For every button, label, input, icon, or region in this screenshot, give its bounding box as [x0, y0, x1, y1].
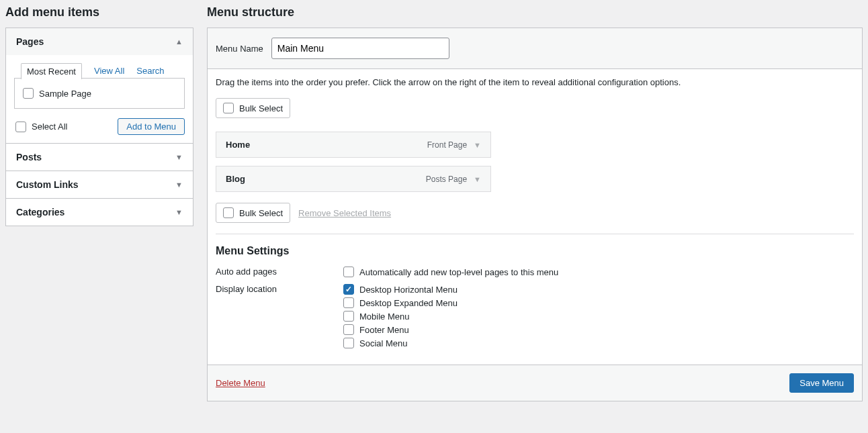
- bulk-select-label: Bulk Select: [239, 103, 283, 113]
- display-location-option[interactable]: Social Menu: [343, 336, 458, 350]
- page-item-label: Sample Page: [39, 89, 91, 99]
- display-location-option[interactable]: Mobile Menu: [343, 309, 458, 323]
- option-label: Footer Menu: [359, 325, 409, 335]
- checkbox-icon[interactable]: [223, 103, 234, 113]
- accordion-head-posts[interactable]: Posts ▼: [6, 143, 193, 171]
- auto-add-pages-option[interactable]: Automatically add new top-level pages to…: [343, 265, 558, 279]
- chevron-down-icon[interactable]: ▼: [474, 141, 481, 149]
- accordion-head-pages[interactable]: Pages ▲: [6, 28, 193, 55]
- menu-item-label: Home: [226, 140, 250, 150]
- tab-search[interactable]: Search: [136, 63, 164, 79]
- checkbox-icon[interactable]: [343, 297, 354, 308]
- menu-settings-title: Menu Settings: [216, 245, 854, 257]
- accordion-label: Posts: [16, 152, 42, 162]
- menu-item-type: Front Page: [427, 140, 467, 150]
- checkbox-icon[interactable]: [223, 207, 234, 218]
- menu-name-bar: Menu Name: [208, 28, 862, 69]
- option-label: Automatically add new top-level pages to…: [359, 267, 558, 277]
- accordion-label: Categories: [16, 207, 64, 218]
- checkbox-icon[interactable]: [343, 284, 354, 295]
- chevron-down-icon: ▼: [175, 153, 183, 161]
- save-menu-button[interactable]: Save Menu: [789, 373, 854, 393]
- menu-item-type: Posts Page: [426, 175, 467, 184]
- checkbox-icon[interactable]: [15, 122, 26, 132]
- chevron-down-icon: ▼: [175, 208, 183, 216]
- select-all-row[interactable]: Select All: [14, 119, 69, 135]
- add-items-accordion: Pages ▲ Most Recent View All Search Samp…: [5, 28, 193, 226]
- display-location-option[interactable]: Desktop Expanded Menu: [343, 296, 458, 309]
- checkbox-icon[interactable]: [343, 324, 354, 335]
- display-location-option[interactable]: Desktop Horizontal Menu: [343, 283, 458, 296]
- menu-structure-title: Menu structure: [207, 5, 863, 19]
- option-label: Desktop Expanded Menu: [359, 298, 458, 308]
- menu-structure-frame: Menu Name Drag the items into the order …: [207, 28, 863, 401]
- menu-items-list: HomeFront Page▼BlogPosts Page▼: [208, 132, 862, 192]
- checkbox-icon[interactable]: [343, 338, 354, 348]
- accordion-head-custom-links[interactable]: Custom Links ▼: [6, 171, 193, 198]
- pages-tabs: Most Recent View All Search: [14, 63, 185, 79]
- menu-item[interactable]: BlogPosts Page▼: [216, 166, 491, 192]
- menu-name-input[interactable]: [271, 38, 449, 59]
- menu-item-label: Blog: [226, 174, 245, 184]
- display-locations-list: Desktop Horizontal MenuDesktop Expanded …: [343, 283, 458, 350]
- add-to-menu-button[interactable]: Add to Menu: [118, 118, 185, 135]
- accordion-body-pages: Most Recent View All Search Sample Page: [6, 55, 193, 143]
- chevron-down-icon: ▼: [175, 181, 183, 189]
- remove-selected-link[interactable]: Remove Selected Items: [298, 208, 391, 218]
- add-menu-items-title: Add menu items: [5, 5, 193, 19]
- display-location-label: Display location: [216, 283, 343, 294]
- bulk-select-label: Bulk Select: [239, 208, 283, 218]
- tab-view-all[interactable]: View All: [94, 63, 124, 79]
- pages-tab-content: Sample Page: [14, 78, 185, 109]
- menu-settings: Menu Settings Auto add pages Automatical…: [208, 234, 862, 365]
- tab-most-recent[interactable]: Most Recent: [21, 63, 82, 79]
- option-label: Desktop Horizontal Menu: [359, 285, 458, 295]
- drag-instructions: Drag the items into the order you prefer…: [208, 69, 862, 95]
- menu-name-label: Menu Name: [216, 44, 263, 54]
- chevron-up-icon: ▲: [175, 38, 183, 46]
- delete-menu-link[interactable]: Delete Menu: [216, 378, 265, 388]
- select-all-label: Select All: [32, 122, 67, 132]
- display-location-option[interactable]: Footer Menu: [343, 323, 458, 336]
- checkbox-icon[interactable]: [343, 267, 354, 277]
- accordion-label: Custom Links: [16, 179, 79, 190]
- chevron-down-icon[interactable]: ▼: [474, 175, 481, 183]
- menu-item[interactable]: HomeFront Page▼: [216, 132, 491, 158]
- auto-add-pages-label: Auto add pages: [216, 265, 343, 277]
- checkbox-icon[interactable]: [23, 88, 34, 99]
- bulk-select-top[interactable]: Bulk Select: [216, 98, 290, 118]
- accordion-head-categories[interactable]: Categories ▼: [6, 198, 193, 226]
- accordion-label: Pages: [16, 36, 44, 47]
- bulk-select-bottom[interactable]: Bulk Select: [216, 203, 290, 223]
- option-label: Mobile Menu: [359, 311, 409, 322]
- option-label: Social Menu: [359, 338, 408, 348]
- page-item-sample-page[interactable]: Sample Page: [21, 85, 177, 101]
- checkbox-icon[interactable]: [343, 311, 354, 322]
- footer-bar: Delete Menu Save Menu: [208, 365, 862, 401]
